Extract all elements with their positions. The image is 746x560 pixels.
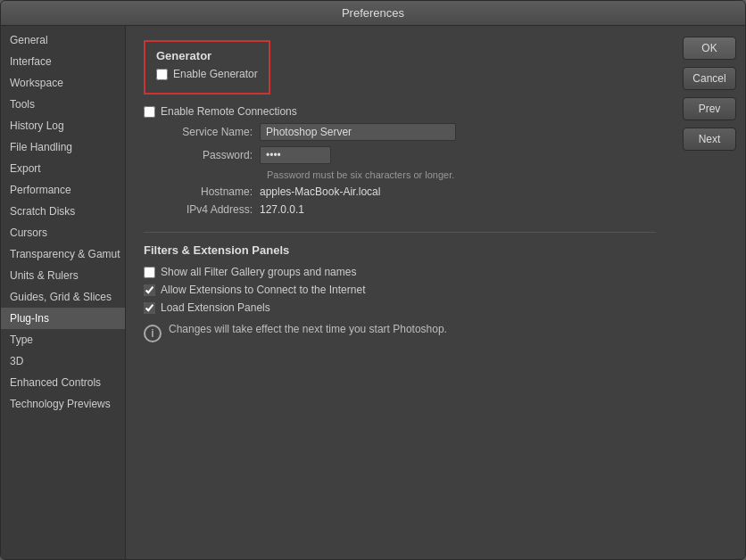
enable-generator-checkbox[interactable] — [156, 69, 168, 80]
generator-title: Generator — [156, 49, 258, 62]
show-all-row: Show all Filter Gallery groups and names — [144, 266, 656, 278]
enable-remote-label[interactable]: Enable Remote Connections — [161, 105, 297, 118]
password-hint: Password must be six characters or longe… — [267, 169, 656, 180]
allow-extensions-label[interactable]: Allow Extensions to Connect to the Inter… — [161, 284, 365, 296]
sidebar-item-tools[interactable]: Tools — [1, 94, 125, 115]
sidebar-item-technology-previews[interactable]: Technology Previews — [1, 393, 125, 415]
sidebar-item-enhanced-controls[interactable]: Enhanced Controls — [1, 372, 125, 393]
password-label: Password: — [144, 149, 260, 161]
sidebar-item-units-rulers[interactable]: Units & Rulers — [1, 265, 125, 286]
password-input[interactable] — [260, 146, 331, 164]
sidebar-item-3d[interactable]: 3D — [1, 350, 125, 372]
enable-remote-row: Enable Remote Connections — [144, 105, 656, 118]
sidebar-item-interface[interactable]: Interface — [1, 51, 125, 72]
section-divider — [144, 232, 656, 233]
enable-generator-label[interactable]: Enable Generator — [173, 68, 258, 80]
window-title: Preferences — [342, 6, 404, 20]
service-name-label: Service Name: — [144, 126, 260, 138]
sidebar-item-general[interactable]: General — [1, 29, 125, 51]
sidebar-item-export[interactable]: Export — [1, 158, 125, 179]
service-name-row: Service Name: — [144, 123, 656, 141]
sidebar-item-history-log[interactable]: History Log — [1, 115, 125, 136]
enable-remote-checkbox[interactable] — [144, 106, 155, 118]
main-content-area: GeneralInterfaceWorkspaceToolsHistory Lo… — [1, 26, 745, 559]
hostname-row: Hostname: apples-MacBook-Air.local — [144, 185, 656, 198]
sidebar-item-type[interactable]: Type — [1, 329, 125, 350]
sidebar-item-plug-ins[interactable]: Plug-Ins — [1, 308, 125, 329]
hostname-value: apples-MacBook-Air.local — [260, 185, 380, 198]
sidebar-item-scratch-disks[interactable]: Scratch Disks — [1, 201, 125, 222]
sidebar-item-performance[interactable]: Performance — [1, 179, 125, 201]
hostname-label: Hostname: — [144, 185, 260, 198]
service-name-input[interactable] — [260, 123, 456, 141]
main-area: Generator Enable Generator Enable Remote… — [126, 26, 674, 559]
sidebar-item-cursors[interactable]: Cursors — [1, 222, 125, 243]
ipv4-label: IPv4 Address: — [144, 203, 260, 216]
password-row: Password: — [144, 146, 656, 164]
info-icon: i — [144, 325, 162, 342]
allow-extensions-checkbox[interactable] — [144, 284, 155, 296]
cancel-button[interactable]: Cancel — [683, 67, 736, 90]
enable-generator-row: Enable Generator — [156, 68, 258, 80]
generator-box: Generator Enable Generator — [144, 40, 270, 95]
load-panels-checkbox[interactable] — [144, 302, 155, 314]
load-panels-label[interactable]: Load Extension Panels — [161, 301, 270, 314]
sidebar-item-transparency-gamut[interactable]: Transparency & Gamut — [1, 243, 125, 265]
generator-section: Generator Enable Generator Enable Remote… — [144, 40, 656, 216]
ipv4-value: 127.0.0.1 — [260, 203, 304, 216]
show-all-checkbox[interactable] — [144, 267, 155, 278]
filters-title: Filters & Extension Panels — [144, 243, 656, 257]
sidebar-item-workspace[interactable]: Workspace — [1, 72, 125, 94]
buttons-column: OK Cancel Prev Next — [674, 26, 745, 559]
filters-section: Filters & Extension Panels Show all Filt… — [144, 243, 656, 342]
ipv4-row: IPv4 Address: 127.0.0.1 — [144, 203, 656, 216]
scroll-content: Generator Enable Generator Enable Remote… — [126, 26, 674, 559]
preferences-window: Preferences GeneralInterfaceWorkspaceToo… — [0, 0, 746, 560]
info-text: Changes will take effect the next time y… — [169, 323, 447, 335]
allow-extensions-row: Allow Extensions to Connect to the Inter… — [144, 284, 656, 296]
titlebar: Preferences — [1, 1, 745, 26]
sidebar: GeneralInterfaceWorkspaceToolsHistory Lo… — [1, 26, 126, 559]
sidebar-item-guides-grid[interactable]: Guides, Grid & Slices — [1, 286, 125, 308]
ok-button[interactable]: OK — [683, 37, 736, 60]
show-all-label[interactable]: Show all Filter Gallery groups and names — [161, 266, 356, 278]
info-row: i Changes will take effect the next time… — [144, 323, 656, 342]
sidebar-item-file-handling[interactable]: File Handling — [1, 136, 125, 158]
next-button[interactable]: Next — [683, 128, 736, 151]
load-panels-row: Load Extension Panels — [144, 301, 656, 314]
prev-button[interactable]: Prev — [683, 97, 736, 120]
